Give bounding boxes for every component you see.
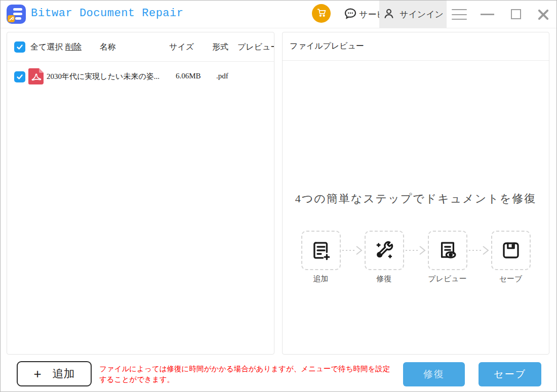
chat-bubble-icon [343, 6, 358, 23]
bottom-bar: + 追加 ファイルによっては修復に時間がかかる場合がありますが、メニューで待ち時… [1, 355, 556, 392]
file-list-panel: 全て選択 削除 名称 サイズ 形式 プレビュー 2030年代に実現したい未来の姿… [7, 32, 274, 355]
step-add-label: 追加 [313, 274, 329, 284]
add-button[interactable]: + 追加 [17, 361, 92, 386]
signin-label: サインイン [400, 9, 444, 20]
app-logo-icon [7, 5, 26, 24]
wrench-badge-icon [8, 15, 15, 22]
delete-link[interactable]: 削除 [65, 42, 82, 53]
column-size: サイズ [169, 42, 194, 53]
steps-row: 追加 修復 [283, 231, 549, 284]
file-list-header: 全て選択 削除 名称 サイズ 形式 プレビュー [7, 32, 274, 62]
titlebar: Bitwar Document Repair サービス [1, 1, 556, 28]
repair-time-notice: ファイルによっては修復に時間がかかる場合がありますが、メニューで待ち時間を設定す… [99, 364, 393, 385]
save-disk-icon [491, 231, 531, 270]
minimize-button[interactable] [481, 14, 494, 15]
repair-wrench-icon [365, 231, 404, 270]
add-button-label: 追加 [53, 366, 75, 381]
file-size: 6.06MB [176, 72, 201, 80]
preview-panel-header: ファイルプレビュー [283, 32, 549, 61]
preview-body: 4つの簡単なステップでドキュメントを修復 追加 [283, 61, 549, 355]
step-add: 追加 [301, 231, 341, 284]
step-preview-label: プレビュー [428, 274, 466, 284]
step-save: セーブ [491, 231, 531, 284]
step-repair: 修復 [365, 231, 404, 284]
add-document-icon [301, 231, 341, 270]
app-window: Bitwar Document Repair サービス [0, 0, 557, 392]
file-format: .pdf [216, 72, 228, 80]
repair-button[interactable]: 修復 [403, 362, 465, 386]
step-arrow-icon [467, 231, 491, 270]
pdf-file-icon [28, 68, 44, 84]
step-arrow-icon [404, 231, 428, 270]
preview-document-icon [428, 231, 467, 270]
user-icon [382, 7, 395, 22]
column-name: 名称 [100, 42, 116, 53]
file-checkbox[interactable] [14, 71, 25, 82]
column-preview: プレビュー [237, 42, 274, 53]
step-arrow-icon [341, 231, 365, 270]
file-name: 2030年代に実現したい未来の姿... [47, 72, 160, 81]
cart-icon [316, 8, 327, 20]
step-preview: プレビュー [428, 231, 467, 284]
step-repair-label: 修復 [377, 274, 392, 284]
steps-title: 4つの簡単なステップでドキュメントを修復 [283, 191, 549, 206]
menu-button[interactable] [452, 8, 467, 21]
cart-button[interactable] [312, 4, 331, 23]
select-all-label[interactable]: 全て選択 [30, 42, 63, 53]
select-all-checkbox[interactable] [14, 41, 25, 53]
step-save-label: セーブ [499, 274, 523, 284]
maximize-button[interactable] [511, 9, 521, 19]
file-row[interactable]: 2030年代に実現したい未来の姿... 6.06MB .pdf [7, 62, 274, 91]
app-title: Bitwar Document Repair [31, 7, 183, 20]
close-button[interactable] [536, 8, 550, 22]
preview-panel: ファイルプレビュー 4つの簡単なステップでドキュメントを修復 追加 [282, 32, 549, 355]
signin-button[interactable]: サインイン [379, 1, 447, 28]
save-button[interactable]: セーブ [479, 362, 541, 386]
column-format: 形式 [212, 42, 228, 53]
plus-icon: + [33, 367, 41, 380]
